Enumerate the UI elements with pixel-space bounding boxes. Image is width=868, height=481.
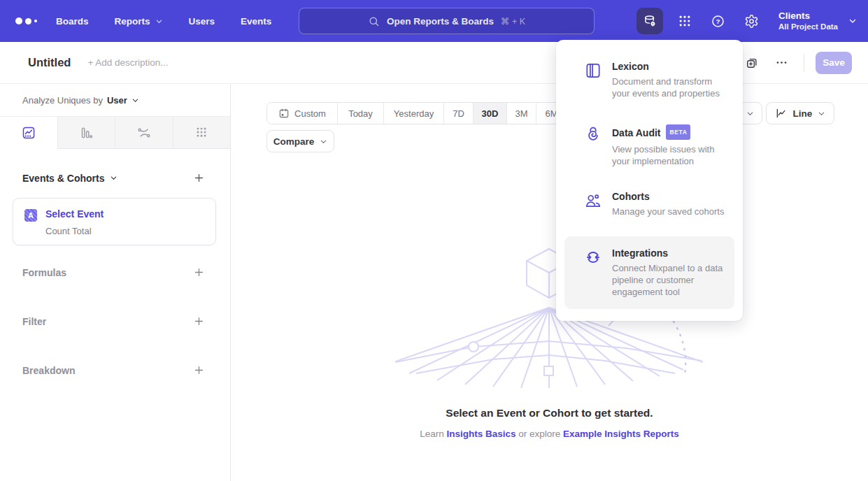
plus-icon — [193, 266, 205, 278]
project-scope: All Project Data — [778, 22, 838, 31]
flows-tab-icon — [136, 125, 152, 141]
data-management-popover: Lexicon Document and transform your even… — [556, 40, 743, 321]
add-formula-button[interactable] — [193, 266, 205, 278]
lexicon-book-icon — [584, 62, 602, 99]
chevron-down-icon — [818, 110, 825, 117]
save-button[interactable]: Save — [816, 52, 852, 74]
chevron-down-icon — [155, 17, 163, 25]
header-actions: Save — [741, 52, 852, 74]
date-range-30d[interactable]: 30D — [473, 103, 506, 124]
chevron-down-icon — [110, 174, 118, 182]
chevron-down-icon — [131, 96, 139, 104]
search-shortcut: ⌘ + K — [501, 16, 525, 27]
compare-button[interactable]: Compare — [266, 130, 334, 152]
empty-state-links: Learn Insights Basics or explore Example… — [231, 429, 868, 439]
bar-chart-tab-icon — [78, 125, 94, 141]
menu-item-data-audit[interactable]: Data Audit BETA View possible issues wit… — [556, 125, 743, 167]
chart-type-tabs — [0, 116, 230, 149]
event-card[interactable]: A Select Event Count Total — [13, 198, 216, 245]
date-range-7d[interactable]: 7D — [443, 103, 473, 124]
more-horizontal-icon — [775, 56, 788, 69]
analyze-prefix-label: Analyze Uniques by — [22, 95, 103, 106]
tab-insights-line[interactable] — [0, 117, 58, 148]
cohorts-users-icon — [584, 192, 602, 217]
insights-basics-link[interactable]: Insights Basics — [446, 429, 515, 439]
mixpanel-logo-icon[interactable] — [15, 17, 37, 24]
learn-prefix: Learn — [420, 429, 444, 439]
menu-item-cohorts[interactable]: Cohorts Manage your saved cohorts — [556, 191, 743, 217]
add-event-button[interactable] — [193, 172, 205, 184]
chart-style-dropdown[interactable]: Line — [766, 102, 834, 124]
chevron-down-icon — [746, 110, 754, 117]
date-range-custom[interactable]: Custom — [267, 103, 337, 124]
date-range-control: Custom Today Yesterday 7D 30D 3M 6M — [266, 102, 567, 124]
plus-icon — [193, 172, 205, 184]
plus-icon — [193, 364, 205, 376]
select-event-label[interactable]: Select Event — [45, 208, 104, 220]
help-button[interactable]: ? — [706, 9, 730, 34]
global-search-input[interactable]: Open Reports & Boards ⌘ + K — [299, 8, 595, 34]
help-icon: ? — [711, 14, 725, 29]
or-explore-text: or explore — [518, 429, 560, 439]
apps-grid-icon — [678, 14, 692, 28]
duplicate-button[interactable] — [741, 52, 763, 74]
metrics-grid-tab-icon — [194, 125, 209, 141]
project-name: Clients — [778, 10, 838, 22]
breakdown-section[interactable]: Breakdown — [0, 364, 230, 376]
nav-item-boards[interactable]: Boards — [56, 16, 89, 27]
events-cohorts-header: Events & Cohorts — [0, 172, 230, 184]
top-nav: Boards Reports Users Events Open Reports… — [0, 0, 868, 42]
more-options-button[interactable] — [770, 52, 792, 74]
calendar-icon — [278, 108, 290, 119]
events-cohorts-dropdown[interactable]: Events & Cohorts — [22, 173, 118, 184]
settings-button[interactable] — [739, 9, 764, 34]
example-reports-link[interactable]: Example Insights Reports — [563, 429, 679, 439]
report-canvas: Custom Today Yesterday 7D 30D 3M 6M Comp… — [231, 84, 868, 481]
nav-item-reports[interactable]: Reports — [115, 16, 163, 27]
nav-item-users[interactable]: Users — [189, 16, 215, 27]
apps-grid-button[interactable] — [672, 9, 697, 34]
search-icon — [368, 15, 380, 27]
date-range-yesterday[interactable]: Yesterday — [383, 103, 443, 124]
plus-icon — [193, 315, 205, 327]
analyze-row: Analyze Uniques by User — [0, 84, 230, 116]
date-range-today[interactable]: Today — [337, 103, 383, 124]
add-description-field[interactable]: + Add description... — [87, 57, 168, 68]
search-placeholder: Open Reports & Boards — [387, 16, 494, 27]
tab-flows[interactable] — [115, 117, 173, 148]
chevron-down-icon[interactable] — [848, 17, 857, 25]
integrations-sync-icon — [584, 248, 602, 298]
filter-section[interactable]: Filter — [0, 315, 230, 327]
line-chart-tab-icon — [21, 125, 36, 141]
gear-icon — [744, 14, 759, 29]
app-root: Boards Reports Users Events Open Reports… — [0, 0, 868, 481]
menu-item-integrations[interactable]: Integrations Connect Mixpanel to a data … — [564, 236, 734, 309]
date-range-3m[interactable]: 3M — [506, 103, 536, 124]
duplicate-icon — [745, 56, 759, 70]
menu-item-lexicon[interactable]: Lexicon Document and transform your even… — [556, 61, 743, 99]
beta-badge: BETA — [666, 124, 690, 140]
project-selector[interactable]: Clients All Project Data — [778, 10, 838, 31]
data-management-button[interactable] — [636, 8, 663, 34]
count-total-label[interactable]: Count Total — [45, 226, 104, 236]
event-letter-badge: A — [24, 209, 37, 222]
tab-bar-chart[interactable] — [58, 117, 116, 148]
add-filter-button[interactable] — [193, 315, 205, 327]
divider — [804, 54, 804, 72]
data-audit-lens-icon — [584, 126, 602, 167]
svg-text:?: ? — [716, 17, 720, 25]
nav-item-events[interactable]: Events — [241, 16, 271, 27]
line-chart-icon — [775, 107, 788, 120]
query-sidebar: Analyze Uniques by User Events & Cohorts — [0, 84, 231, 481]
empty-state-title: Select an Event or Cohort to get started… — [231, 407, 868, 419]
add-breakdown-button[interactable] — [193, 364, 205, 376]
analyze-by-dropdown[interactable]: User — [107, 95, 139, 106]
database-gear-icon — [643, 14, 657, 29]
primary-nav: Boards Reports Users Events — [56, 16, 271, 27]
formulas-section[interactable]: Formulas — [0, 266, 230, 278]
tab-metrics-grid[interactable] — [173, 117, 231, 148]
chevron-down-icon — [320, 138, 327, 145]
nav-right: ? Clients All Project Data — [636, 0, 857, 42]
report-title[interactable]: Untitled — [28, 56, 71, 69]
